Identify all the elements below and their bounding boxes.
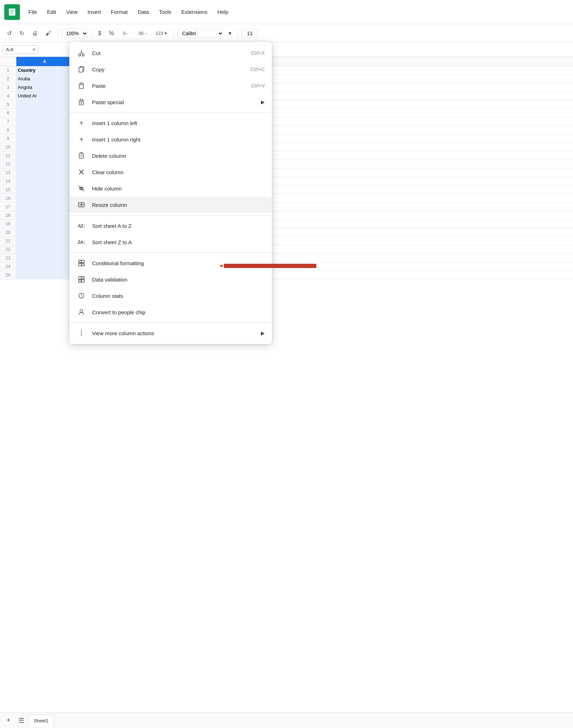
col-header-a[interactable]: A [16, 57, 73, 66]
menu-extensions[interactable]: Extensions [177, 7, 211, 17]
context-menu-item-paste-special[interactable]: Paste special▶ [69, 94, 272, 110]
more-actions-arrow: ▶ [261, 330, 265, 336]
print-button[interactable]: 🖨 [29, 29, 41, 38]
menu-file[interactable]: File [24, 7, 41, 17]
cell[interactable]: Angola [16, 83, 73, 91]
cell[interactable] [16, 117, 73, 125]
paste-special-icon [76, 98, 86, 106]
cell[interactable] [16, 168, 73, 177]
cell[interactable] [16, 126, 73, 134]
toolbar: ↺ ↻ 🖨 🖌 100% $ % .0← .00→ 123 ▾ Calibri … [0, 24, 573, 43]
clear-col-label: Clear column [92, 169, 265, 175]
context-menu-item-insert-left[interactable]: +Insert 1 column left [69, 115, 272, 131]
cell[interactable] [16, 228, 73, 236]
context-menu-item-col-stats[interactable]: Column stats [69, 288, 272, 304]
context-menu-item-sort-za[interactable]: ZA↑Sort sheet Z to A [69, 234, 272, 250]
context-menu-item-paste[interactable]: PasteCtrl+V [69, 77, 272, 94]
svg-rect-4 [10, 13, 13, 14]
cell[interactable] [16, 237, 73, 245]
menu-edit[interactable]: Edit [43, 7, 60, 17]
menu-tools[interactable]: Tools [155, 7, 176, 17]
context-menu-item-data-validation[interactable]: Data validation [69, 271, 272, 288]
add-sheet-button[interactable]: + [3, 715, 14, 726]
font-dropdown-button[interactable]: ▾ [226, 28, 234, 38]
context-menu-item-sort-az[interactable]: AZ↓Sort sheet A to Z [69, 218, 272, 234]
menu-data[interactable]: Data [133, 7, 153, 17]
svg-rect-37 [79, 277, 81, 279]
svg-point-43 [81, 296, 82, 297]
context-menu-item-insert-right[interactable]: +Insert 1 column right [69, 131, 272, 148]
row-number: 24 [0, 262, 16, 271]
font-size-input[interactable] [242, 29, 258, 38]
resize-col-icon [76, 201, 86, 208]
cell-ref-dropdown[interactable]: ▾ [33, 47, 35, 52]
menu-format[interactable]: Format [107, 7, 132, 17]
hide-col-label: Hide column [92, 186, 265, 192]
more-actions-icon [76, 330, 86, 337]
copy-label: Copy [92, 66, 243, 73]
percent-button[interactable]: % [106, 29, 117, 38]
cell[interactable] [16, 211, 73, 219]
cell[interactable] [16, 143, 73, 151]
sort-za-icon: ZA↑ [76, 240, 86, 245]
font-select[interactable]: Calibri [177, 29, 224, 38]
conditional-icon [76, 259, 86, 267]
cell[interactable]: Country [16, 66, 73, 74]
cell[interactable] [16, 203, 73, 211]
cell[interactable]: Aruba [16, 75, 73, 83]
cell[interactable] [16, 254, 73, 262]
delete-col-icon [76, 152, 86, 159]
svg-rect-15 [80, 99, 82, 101]
cell[interactable] [16, 194, 73, 202]
separator-4 [238, 29, 238, 38]
context-menu-item-cut[interactable]: CutCtrl+X [69, 45, 272, 61]
svg-rect-33 [79, 260, 81, 263]
svg-rect-35 [79, 263, 81, 266]
cell[interactable] [16, 220, 73, 228]
zoom-select[interactable]: 100% [61, 29, 88, 38]
cell[interactable] [16, 134, 73, 143]
cell[interactable] [16, 100, 73, 108]
cell[interactable]: United Ar [16, 92, 73, 100]
paste-icon [76, 82, 86, 89]
undo-button[interactable]: ↺ [4, 28, 15, 38]
row-number: 19 [0, 220, 16, 228]
decimal-more-button[interactable]: .00→ [135, 30, 151, 37]
sheet-list-button[interactable]: ☰ [16, 715, 27, 726]
context-menu-item-hide-col[interactable]: Hide column [69, 180, 272, 197]
context-menu-item-conditional[interactable]: Conditional formatting [69, 255, 272, 271]
paint-format-button[interactable]: 🖌 [43, 29, 54, 38]
context-menu-divider [69, 215, 272, 215]
row-number: 1 [0, 66, 16, 74]
cell[interactable] [16, 151, 73, 160]
context-menu-item-delete-col[interactable]: Delete column [69, 148, 272, 164]
decimal-less-button[interactable]: .0← [119, 30, 133, 37]
cell[interactable] [16, 262, 73, 271]
context-menu-item-resize-col[interactable]: Resize column [69, 197, 272, 213]
context-menu-item-copy[interactable]: CopyCtrl+C [69, 61, 272, 77]
cell[interactable] [16, 186, 73, 194]
menu-view[interactable]: View [62, 7, 82, 17]
cell[interactable] [16, 177, 73, 185]
currency-button[interactable]: $ [95, 29, 104, 38]
cell[interactable] [16, 160, 73, 168]
sort-az-icon: AZ↓ [76, 223, 86, 229]
hide-col-icon [76, 185, 86, 192]
context-menu-item-people-chip[interactable]: Convert to people chip [69, 304, 272, 320]
menu-insert[interactable]: Insert [83, 7, 105, 17]
cell-ref-box[interactable]: A:A ▾ [3, 45, 38, 54]
row-number: 20 [0, 228, 16, 236]
number-format-button[interactable]: 123 ▾ [153, 29, 170, 37]
svg-point-5 [79, 54, 81, 56]
redo-button[interactable]: ↻ [17, 28, 27, 38]
sheet-tab-1[interactable]: Sheet1 [28, 715, 54, 726]
cell[interactable] [16, 245, 73, 253]
context-menu-item-more-actions[interactable]: View more column actions▶ [69, 325, 272, 341]
paste-special-label: Paste special [92, 99, 257, 105]
svg-line-8 [81, 52, 83, 54]
context-menu-item-clear-col[interactable]: Clear column [69, 164, 272, 180]
menu-help[interactable]: Help [213, 7, 232, 17]
cell[interactable] [16, 109, 73, 117]
row-number: 18 [0, 211, 16, 219]
cell[interactable] [16, 271, 73, 279]
